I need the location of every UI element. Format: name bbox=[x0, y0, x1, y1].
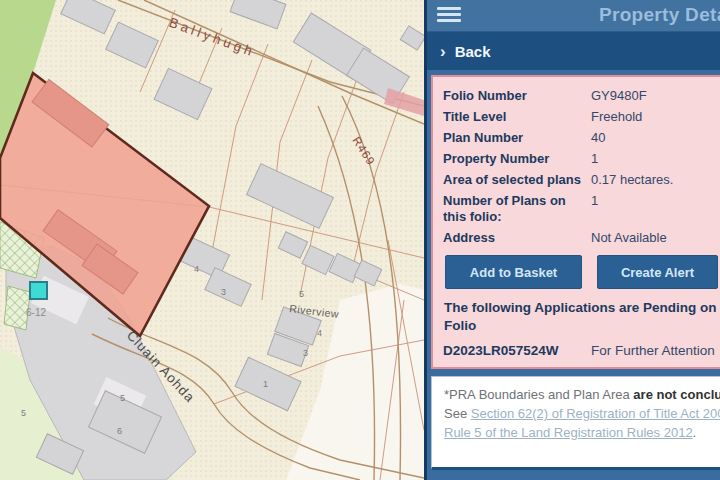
disclaimer-plain: *PRA Boundaries and Plan Area bbox=[444, 387, 633, 402]
map-marker[interactable] bbox=[30, 282, 47, 299]
building-number: 5 bbox=[120, 393, 125, 403]
disclaimer-card: *PRA Boundaries and Plan Area are not co… bbox=[431, 376, 720, 470]
disclaimer-bold: are not conclusive bbox=[633, 387, 720, 402]
detail-value: GY9480F bbox=[591, 88, 720, 104]
detail-label: Property Number bbox=[443, 151, 591, 167]
application-row: D2023LR057524WFor Further Attention bbox=[443, 342, 720, 359]
back-button[interactable]: › Back bbox=[427, 31, 720, 70]
panel-title: Property Details bbox=[599, 4, 720, 26]
building-number: 5 bbox=[299, 289, 304, 299]
property-details-panel: Property Details › Back Folio NumberGY94… bbox=[424, 0, 720, 480]
detail-row-address: AddressNot Available bbox=[443, 227, 720, 248]
detail-row-number-of-plans-on-this-folio: Number of Plans on this folio:1 bbox=[443, 190, 720, 227]
building-number: 5 bbox=[21, 408, 26, 418]
building-number: 6 bbox=[117, 426, 122, 436]
disclaimer-plain: . bbox=[693, 425, 697, 440]
create-alert-button[interactable]: Create Alert bbox=[597, 255, 718, 289]
detail-row-property-number: Property Number1 bbox=[443, 148, 720, 169]
detail-label: Address bbox=[443, 230, 591, 246]
detail-value: 40 bbox=[591, 130, 720, 146]
building-number: 1 bbox=[263, 379, 268, 389]
actions-row: Add to BasketCreate Alert bbox=[445, 255, 720, 289]
disclaimer-text: *PRA Boundaries and Plan Area are not co… bbox=[444, 385, 720, 442]
chevron-right-icon: › bbox=[440, 44, 446, 59]
panel-header: Property Details bbox=[427, 0, 720, 31]
details-rows: Folio NumberGY9480FTitle LevelFreeholdPl… bbox=[443, 85, 720, 248]
detail-value: 0.17 hectares. bbox=[591, 172, 720, 188]
section-62-2-of-registration-of-title-act-2006-link[interactable]: Section 62(2) of Registration of Title A… bbox=[471, 406, 720, 421]
detail-value: 1 bbox=[591, 193, 720, 224]
marker-label: 6-12 bbox=[26, 307, 46, 318]
detail-label: Area of selected plans bbox=[443, 172, 591, 188]
detail-value: Not Available bbox=[591, 230, 720, 246]
detail-row-area-of-selected-plans: Area of selected plans0.17 hectares. bbox=[443, 169, 720, 190]
detail-row-title-level: Title LevelFreehold bbox=[443, 106, 720, 127]
detail-label: Number of Plans on this folio: bbox=[443, 193, 591, 224]
detail-label: Title Level bbox=[443, 109, 591, 125]
application-status: For Further Attention bbox=[591, 342, 720, 359]
pending-heading: The following Applications are Pending o… bbox=[444, 299, 720, 335]
applications-list: D2023LR057524WFor Further Attention bbox=[443, 342, 720, 359]
add-to-basket-button[interactable]: Add to Basket bbox=[445, 255, 582, 289]
detail-label: Folio Number bbox=[443, 88, 591, 104]
map-canvas[interactable]: BallyhughR469Cluain AohdaRiverview 43543… bbox=[0, 0, 424, 480]
detail-value: Freehold bbox=[591, 109, 720, 125]
detail-label: Plan Number bbox=[443, 130, 591, 146]
panel-content: Folio NumberGY9480FTitle LevelFreeholdPl… bbox=[427, 70, 720, 470]
building-number: 4 bbox=[317, 328, 322, 338]
detail-row-plan-number: Plan Number40 bbox=[443, 127, 720, 148]
building-number: 3 bbox=[221, 287, 226, 297]
rule-5-of-the-land-registration-rules-2012-link[interactable]: Rule 5 of the Land Registration Rules 20… bbox=[444, 425, 693, 440]
back-label: Back bbox=[455, 43, 491, 60]
building-number: 4 bbox=[194, 264, 199, 274]
application-number: D2023LR057524W bbox=[443, 342, 591, 359]
folio-details-card: Folio NumberGY9480FTitle LevelFreeholdPl… bbox=[431, 75, 720, 369]
menu-icon[interactable] bbox=[437, 7, 461, 25]
building-number: 3 bbox=[303, 348, 308, 358]
detail-value: 1 bbox=[591, 151, 720, 167]
detail-row-folio-number: Folio NumberGY9480F bbox=[443, 85, 720, 106]
